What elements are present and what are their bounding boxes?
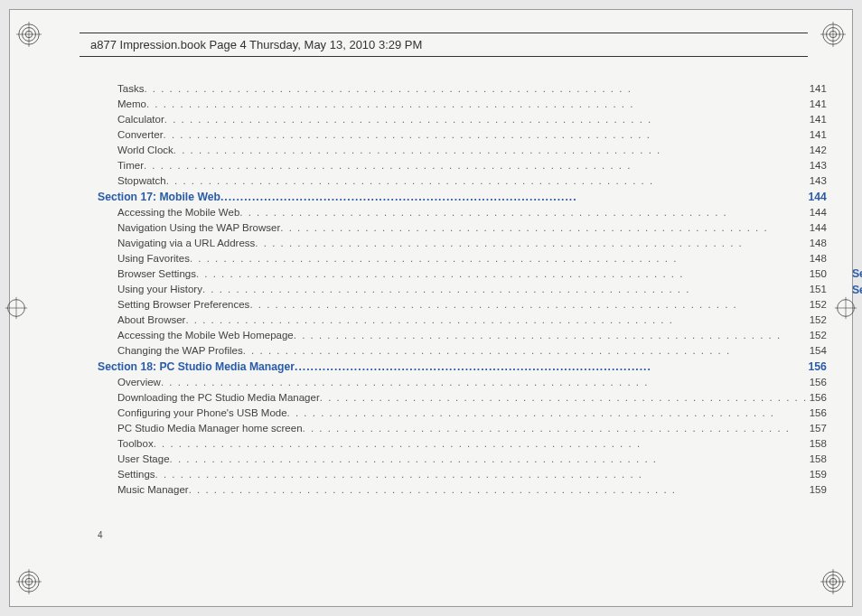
- toc-content: Tasks 141Memo 141Calculator 141Converter…: [98, 81, 799, 498]
- toc-leader-dots: [144, 158, 808, 173]
- toc-entry: Using Your Phone Near Other Electronic D…: [852, 436, 862, 452]
- toc-section-page: 156: [807, 359, 827, 375]
- header-rule-top: [80, 33, 808, 33]
- toc-entry-label: Stopwatch: [117, 173, 166, 189]
- toc-section-label: Section 17: Mobile Web: [98, 189, 220, 205]
- header-rule-bottom: [80, 56, 808, 57]
- toc-leader-dots: [303, 421, 808, 436]
- toc-entry-page: 150: [808, 266, 827, 282]
- registration-mark-icon: [16, 22, 42, 47]
- toc-entry: UL Certified Travel Adapter 194: [852, 359, 862, 375]
- toc-entry: Road Safety 200: [852, 390, 862, 406]
- toc-entry-page: 159: [808, 482, 827, 498]
- toc-entry: Calculator 141: [98, 112, 827, 127]
- toc-leader-dots: [249, 297, 807, 313]
- toc-entry-page: 141: [808, 112, 827, 127]
- toc-entry: Music Playlist 181: [852, 173, 862, 189]
- toc-entry: Converter 141: [98, 127, 827, 143]
- toc-entry-page: 144: [808, 220, 827, 236]
- toc-leader-dots: [189, 482, 808, 498]
- toc-entry-page: 143: [808, 173, 827, 189]
- toc-entry-label: Configuring your Phone's USB Mode: [117, 406, 287, 421]
- toc-entry: Navigation Using the WAP Browser 144: [98, 220, 827, 236]
- toc-entry-page: 154: [808, 343, 827, 359]
- toc-entry: Video Player 183: [852, 189, 862, 204]
- toc-section: Section 19: Accessibility 191: [852, 266, 862, 282]
- toc-column-right: Photo Manager 164Photo Editor 166Video M…: [852, 81, 862, 498]
- toc-section-label: Section 19: Accessibility: [852, 266, 862, 282]
- toc-entry: PC Studio Media Manager home screen 157: [98, 421, 827, 436]
- toc-entry-page: 158: [808, 452, 827, 467]
- toc-entry-label: Using Favorites: [117, 251, 190, 266]
- toc-entry-page: 156: [808, 406, 827, 421]
- toc-leader-dots: [243, 343, 808, 359]
- toc-entry: Overview 156: [98, 375, 827, 390]
- toc-entry: Video Converter 186: [852, 219, 862, 235]
- toc-entry: Please Note the Following Information Wh…: [852, 313, 862, 329]
- toc-entry-label: Timer: [117, 158, 144, 173]
- toc-leader-dots: [164, 112, 808, 127]
- toc-entry-page: 141: [808, 127, 827, 143]
- toc-entry: Samsung Mobile Products and Recycling 19…: [852, 344, 862, 359]
- toc-entry: Disk Ripping 188: [852, 235, 862, 250]
- toc-entry: Your Handset 193: [852, 329, 862, 344]
- toc-column-left: Tasks 141Memo 141Calculator 141Converter…: [98, 81, 827, 498]
- toc-entry-label: Converter: [117, 127, 164, 143]
- toc-leader-dots: [239, 205, 807, 220]
- toc-entry: User Stage 158: [98, 452, 827, 467]
- toc-section: Section 20: Health and Safety Informatio…: [852, 282, 862, 298]
- toc-entry: Settings 159: [98, 467, 827, 482]
- toc-entry-label: Memo: [117, 97, 146, 112]
- toc-entry-label: Navigation Using the WAP Browser: [117, 220, 280, 236]
- toc-entry-label: World Clock: [117, 143, 173, 158]
- toc-entry-page: 152: [808, 313, 827, 328]
- toc-entry: About Browser 152: [98, 313, 827, 328]
- toc-leader-dots: [144, 81, 807, 97]
- toc-entry: Timer 143: [98, 158, 827, 173]
- toc-leader-dots: [161, 375, 808, 390]
- toc-entry-page: 158: [808, 436, 827, 452]
- toc-entry: Changing the WAP Profiles 154: [98, 343, 827, 359]
- toc-leader-dots: [173, 143, 808, 158]
- toc-entry: Using Favorites 148: [98, 251, 827, 266]
- toc-entry: Slide Maker 176: [852, 127, 862, 143]
- registration-mark-icon: [820, 569, 846, 594]
- toc-leader-dots: [164, 127, 808, 143]
- toc-entry-page: 148: [808, 251, 827, 266]
- toc-entry: Music Player 180: [852, 158, 862, 173]
- header-text: a877 Impression.book Page 4 Thursday, Ma…: [90, 38, 422, 51]
- toc-section: Section 17: Mobile Web 144: [98, 189, 827, 205]
- toc-entry-label: Overview: [117, 375, 161, 390]
- toc-entry: World Clock 142: [98, 143, 827, 158]
- toc-entry-label: Using your History: [117, 282, 202, 297]
- toc-entry-page: 141: [808, 97, 827, 112]
- toc-entry-label: Accessing the Mobile Web: [117, 205, 239, 220]
- toc-leader-dots: [155, 467, 808, 482]
- toc-entry: Using your History 151: [98, 282, 827, 297]
- toc-leader-dots: [170, 452, 808, 467]
- toc-entry: Toolbox 158: [98, 436, 827, 452]
- toc-entry-label: Calculator: [117, 112, 164, 127]
- toc-entry: Browser Settings 150: [98, 266, 827, 282]
- toc-leader-dots: [294, 328, 808, 343]
- toc-leader-dots: [255, 236, 807, 251]
- toc-entry: Tasks 141: [98, 81, 827, 97]
- toc-leader-dots: [220, 189, 807, 205]
- toc-leader-dots: [202, 282, 808, 297]
- toc-entry-page: 156: [808, 390, 827, 406]
- toc-entry: Video Manager 171: [852, 112, 862, 127]
- registration-mark-icon: [820, 22, 846, 47]
- toc-entry: Accessing the Mobile Web 144: [98, 205, 827, 220]
- toc-leader-dots: [320, 390, 808, 406]
- toc-entry: Accessing the Mobile Web Homepage 152: [98, 328, 827, 343]
- toc-leader-dots: [154, 436, 808, 452]
- toc-entry: Downloading the PC Studio Media Manager …: [98, 390, 827, 406]
- toc-leader-dots: [166, 173, 808, 189]
- toc-leader-dots: [196, 266, 808, 282]
- toc-entry: Wireless Devices 204: [852, 467, 862, 482]
- toc-entry-page: 142: [808, 143, 827, 158]
- toc-leader-dots: [185, 313, 807, 328]
- toc-entry-page: 144: [808, 205, 827, 220]
- toc-entry-label: Accessing the Mobile Web Homepage: [117, 328, 294, 343]
- toc-entry-label: Toolbox: [117, 436, 154, 452]
